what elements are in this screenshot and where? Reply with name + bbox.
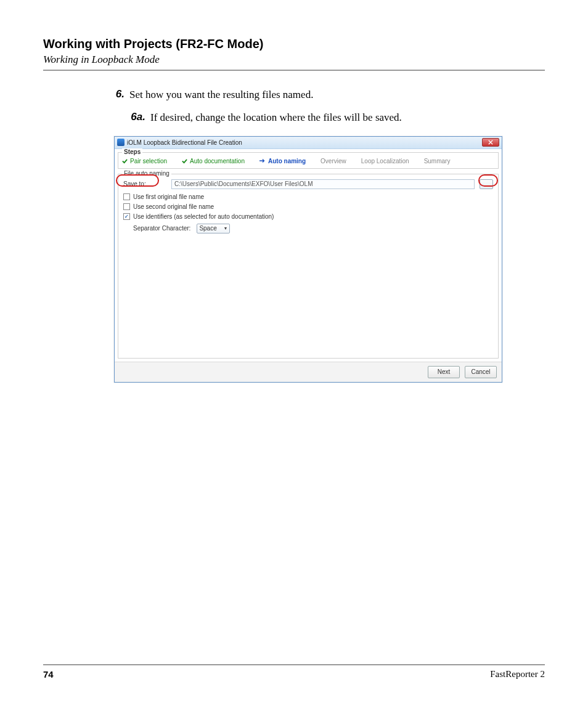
- tab-summary[interactable]: Summary: [424, 158, 451, 164]
- close-button[interactable]: [482, 138, 499, 147]
- tab-label: Summary: [424, 158, 451, 164]
- step-6a: 6a. If desired, change the location wher…: [129, 111, 545, 125]
- app-icon: [117, 139, 125, 146]
- window-title: iOLM Loopback Bidirectional File Creatio…: [127, 139, 482, 146]
- page-number: 74: [43, 669, 54, 680]
- checkbox-use-first[interactable]: [123, 193, 130, 200]
- group-label: File auto naming: [122, 170, 171, 177]
- tab-overview[interactable]: Overview: [321, 158, 346, 164]
- dropdown-value: Space: [199, 225, 216, 232]
- save-to-input[interactable]: [171, 179, 475, 189]
- steps-bar: Steps Pair selection Auto documentation …: [118, 152, 499, 169]
- check-icon: [122, 158, 128, 164]
- step-list: 6. Set how you want the resulting files …: [111, 88, 545, 125]
- step-number: 6.: [111, 88, 129, 102]
- checkbox-use-identifiers[interactable]: ✓: [123, 213, 130, 220]
- save-to-row: Save to: ...: [123, 178, 493, 190]
- tab-auto-naming[interactable]: Auto naming: [259, 158, 306, 164]
- checkbox-label: Use identifiers (as selected for auto do…: [133, 213, 274, 220]
- dialog-window: iOLM Loopback Bidirectional File Creatio…: [114, 136, 502, 383]
- cancel-button[interactable]: Cancel: [465, 366, 497, 378]
- step-number: 6a.: [129, 111, 150, 125]
- checkbox-row-1: Use first original file name: [123, 193, 493, 200]
- separator-dropdown[interactable]: Space ▼: [197, 224, 230, 233]
- product-name: FastReporter 2: [490, 669, 545, 680]
- checkbox-label: Use second original file name: [133, 203, 214, 210]
- step-6: 6. Set how you want the resulting files …: [111, 88, 545, 102]
- separator-row: Separator Character: Space ▼: [133, 224, 493, 233]
- page-title: Working with Projects (FR2-FC Mode): [43, 37, 545, 51]
- tab-label: Auto documentation: [190, 158, 245, 164]
- chevron-down-icon: ▼: [223, 226, 227, 230]
- tab-label: Loop Localization: [361, 158, 409, 164]
- browse-button[interactable]: ...: [480, 179, 493, 189]
- tab-label: Overview: [321, 158, 346, 164]
- checkbox-row-2: Use second original file name: [123, 203, 493, 210]
- next-button[interactable]: Next: [428, 366, 460, 378]
- page-footer: 74 FastReporter 2: [43, 664, 545, 680]
- checkbox-row-3: ✓ Use identifiers (as selected for auto …: [123, 213, 493, 220]
- close-icon: [488, 140, 493, 145]
- checkbox-use-second[interactable]: [123, 203, 130, 210]
- save-to-label: Save to:: [123, 181, 166, 187]
- tab-label: Pair selection: [130, 158, 167, 164]
- checkbox-label: Use first original file name: [133, 193, 204, 200]
- separator-label: Separator Character:: [133, 225, 190, 232]
- header-rule: [43, 70, 545, 71]
- button-bar: Next Cancel: [115, 362, 502, 382]
- step-text: Set how you want the resulting files nam…: [129, 88, 313, 102]
- tab-auto-documentation[interactable]: Auto documentation: [182, 158, 245, 164]
- page-subtitle: Working in Loopback Mode: [43, 54, 545, 66]
- tab-label: Auto naming: [268, 158, 306, 164]
- step-text: If desired, change the location where th…: [150, 111, 402, 125]
- file-auto-naming-group: File auto naming Save to: ... Use first …: [118, 174, 499, 359]
- check-icon: [182, 158, 187, 164]
- steps-group-label: Steps: [122, 148, 142, 155]
- tab-loop-localization[interactable]: Loop Localization: [361, 158, 409, 164]
- titlebar: iOLM Loopback Bidirectional File Creatio…: [115, 137, 502, 149]
- tab-pair-selection[interactable]: Pair selection: [122, 158, 167, 164]
- arrow-right-icon: [259, 158, 266, 163]
